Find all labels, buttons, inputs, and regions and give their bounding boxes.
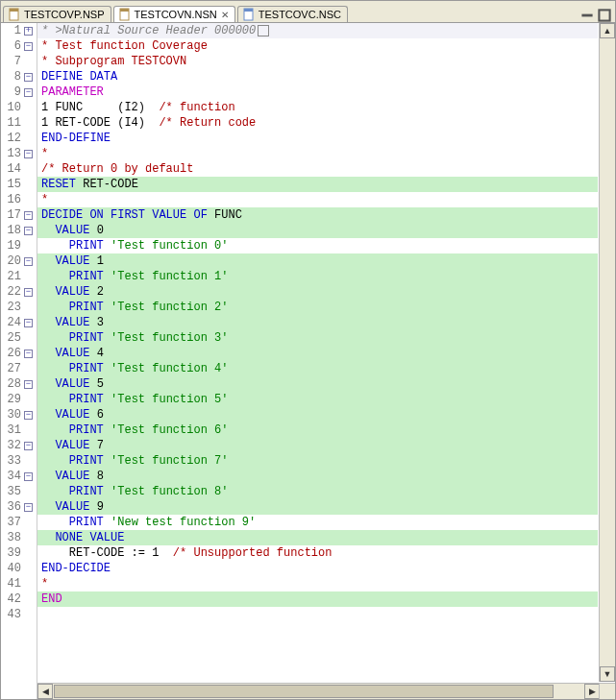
code-line[interactable]: DEFINE DATA xyxy=(37,69,598,84)
line-number: 22 xyxy=(4,284,21,300)
code-line[interactable]: VALUE 8 xyxy=(37,469,598,484)
fold-collapse-icon[interactable]: − xyxy=(24,442,33,450)
code-token: 'Test function 0' xyxy=(111,239,228,253)
fold-collapse-icon[interactable]: − xyxy=(24,73,33,82)
code-line[interactable]: END xyxy=(37,591,598,607)
line-number: 11 xyxy=(4,115,21,131)
horizontal-scrollbar[interactable]: ◀ ▶ xyxy=(37,683,600,699)
code-line[interactable]: VALUE 0 xyxy=(37,223,598,238)
code-line[interactable]: 1 FUNC (I2) /* function xyxy=(37,100,598,115)
code-line[interactable]: * xyxy=(37,192,598,207)
code-line[interactable]: VALUE 5 xyxy=(37,376,598,392)
code-line[interactable]: VALUE 3 xyxy=(37,315,598,330)
code-line[interactable]: PRINT 'New test function 9' xyxy=(37,515,598,530)
fold-expand-icon[interactable]: + xyxy=(24,27,33,36)
code-line[interactable]: DECIDE ON FIRST VALUE OF FUNC xyxy=(37,207,598,223)
code-line[interactable]: END-DECIDE xyxy=(37,561,598,576)
fold-collapse-icon[interactable]: − xyxy=(24,350,33,358)
code-line[interactable]: VALUE 4 xyxy=(37,346,598,361)
scroll-down-icon[interactable]: ▼ xyxy=(600,666,615,682)
code-token: 'Test function 3' xyxy=(111,331,228,345)
tab-testcovc-nsc[interactable]: TESTCOVC.NSC xyxy=(237,6,348,22)
gutter-row: 39 xyxy=(1,545,35,561)
scroll-right-icon[interactable]: ▶ xyxy=(584,684,600,699)
tab-testcovn-nsn[interactable]: TESTCOVN.NSN✕ xyxy=(113,6,235,22)
code-token: VALUE xyxy=(55,377,96,391)
code-line[interactable]: PRINT 'Test function 6' xyxy=(37,422,598,438)
code-line[interactable]: VALUE 9 xyxy=(37,499,598,515)
line-number: 36 xyxy=(4,499,21,515)
code-line[interactable]: PRINT 'Test function 8' xyxy=(37,484,598,499)
fold-collapse-icon[interactable]: − xyxy=(24,88,33,97)
code-token: RESET xyxy=(41,178,83,191)
fold-collapse-icon[interactable]: − xyxy=(24,150,33,158)
code-token: PRINT xyxy=(69,331,111,345)
code-token xyxy=(41,285,55,299)
code-line[interactable]: RET-CODE := 1 /* Unsupported function xyxy=(37,545,598,561)
code-token xyxy=(41,408,55,422)
fold-collapse-icon[interactable]: − xyxy=(24,380,33,389)
code-token: 9 xyxy=(97,500,104,514)
fold-collapse-icon[interactable]: − xyxy=(24,288,33,297)
gutter-row: 10 xyxy=(1,100,35,115)
code-line[interactable]: END-DEFINE xyxy=(37,131,598,146)
code-line[interactable]: /* Return 0 by default xyxy=(37,161,598,177)
code-token xyxy=(41,239,69,253)
fold-collapse-icon[interactable]: − xyxy=(24,319,33,327)
code-line[interactable]: PRINT 'Test function 2' xyxy=(37,300,598,315)
scroll-left-icon[interactable]: ◀ xyxy=(37,684,53,699)
code-line[interactable]: VALUE 2 xyxy=(37,284,598,300)
code-lines[interactable]: * >Natural Source Header 000000* Test fu… xyxy=(37,23,615,699)
fold-collapse-icon[interactable]: − xyxy=(24,42,33,51)
code-token: DEFINE DATA xyxy=(41,70,117,84)
fold-collapse-icon[interactable]: − xyxy=(24,472,33,481)
code-token: * xyxy=(41,577,48,591)
code-line[interactable]: * xyxy=(37,576,598,591)
fold-collapse-icon[interactable]: − xyxy=(24,411,33,420)
code-line[interactable]: PRINT 'Test function 4' xyxy=(37,361,598,376)
code-line[interactable] xyxy=(37,607,598,622)
line-number: 38 xyxy=(4,530,21,545)
code-line[interactable]: * Subprogram TESTCOVN xyxy=(37,54,598,69)
line-number: 26 xyxy=(4,346,21,361)
code-token xyxy=(41,301,69,314)
code-line[interactable]: RESET RET-CODE xyxy=(37,177,598,192)
line-number: 40 xyxy=(4,561,21,576)
code-line[interactable]: PRINT 'Test function 3' xyxy=(37,330,598,346)
line-number: 21 xyxy=(4,269,21,284)
line-number: 39 xyxy=(4,545,21,561)
code-token: PRINT xyxy=(69,485,111,498)
code-line[interactable]: NONE VALUE xyxy=(37,530,598,545)
fold-collapse-icon[interactable]: − xyxy=(24,503,33,512)
code-line[interactable]: VALUE 1 xyxy=(37,253,598,269)
code-line[interactable]: PRINT 'Test function 1' xyxy=(37,269,598,284)
line-number: 7 xyxy=(4,54,21,69)
code-line[interactable]: VALUE 6 xyxy=(37,407,598,422)
code-line[interactable]: VALUE 7 xyxy=(37,438,598,453)
code-line[interactable]: PARAMETER xyxy=(37,84,598,100)
code-line[interactable]: PRINT 'Test function 5' xyxy=(37,392,598,407)
scroll-up-icon[interactable]: ▲ xyxy=(600,23,615,38)
fold-collapse-icon[interactable]: − xyxy=(24,211,33,220)
code-line[interactable]: PRINT 'Test function 0' xyxy=(37,238,598,253)
vertical-scrollbar[interactable]: ▲ ▼ xyxy=(599,23,615,682)
gutter-row: 37 xyxy=(1,515,35,530)
tab-testcovp-nsp[interactable]: TESTCOVP.NSP xyxy=(3,6,111,22)
gutter-row: 12 xyxy=(1,131,35,146)
scroll-thumb[interactable] xyxy=(54,685,554,698)
fold-collapse-icon[interactable]: − xyxy=(24,227,33,235)
code-line[interactable]: * xyxy=(37,146,598,161)
close-icon[interactable]: ✕ xyxy=(221,10,229,20)
code-line[interactable]: 1 RET-CODE (I4) /* Return code xyxy=(37,115,598,131)
code-token: PARAMETER xyxy=(41,85,104,99)
minimize-icon[interactable] xyxy=(580,9,594,22)
code-line[interactable]: PRINT 'Test function 7' xyxy=(37,453,598,469)
code-token: 2 xyxy=(97,285,104,299)
code-line[interactable]: * Test function Coverage xyxy=(37,38,598,54)
gutter-row: 18− xyxy=(1,223,35,238)
code-area[interactable]: 1+6−78−9−10111213−14151617−18−1920−2122−… xyxy=(1,23,615,699)
code-line[interactable]: * >Natural Source Header 000000 xyxy=(37,23,598,38)
fold-collapse-icon[interactable]: − xyxy=(24,257,33,266)
maximize-icon[interactable] xyxy=(598,9,611,22)
line-number: 43 xyxy=(4,607,21,622)
